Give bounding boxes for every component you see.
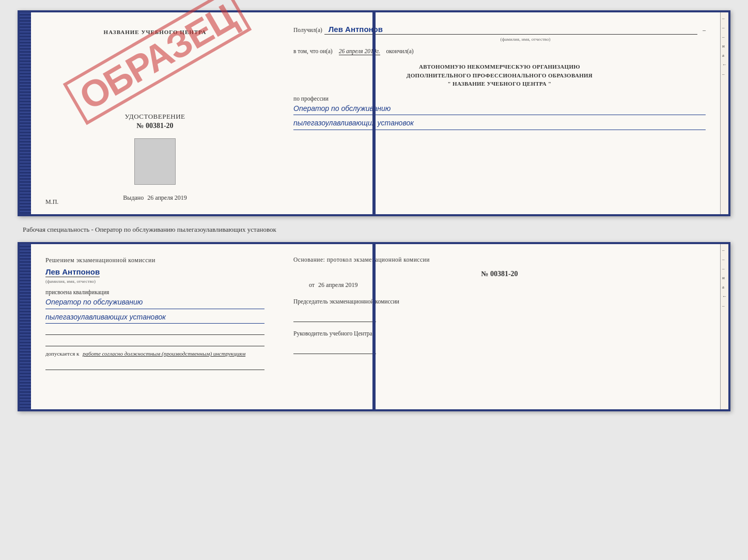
- head-block: Руководитель учебного Центра: [293, 329, 706, 354]
- org-line2: ДОПОЛНИТЕЛЬНОГО ПРОФЕССИОНАЛЬНОГО ОБРАЗО…: [293, 71, 706, 80]
- top-left-page: НАЗВАНИЕ УЧЕБНОГО ЦЕНТРА ОБРАЗЕЦ УДОСТОВ…: [31, 12, 279, 214]
- bmark7: –: [722, 303, 727, 308]
- fio-label-bottom: (фамилия, имя, отчество): [45, 279, 264, 284]
- udostoverenie-label: УДОСТОВЕРЕНИЕ: [124, 113, 185, 121]
- qualification-line1: Оператор по обслуживанию: [45, 297, 264, 309]
- issued-line: Выдано 26 апреля 2019: [123, 194, 186, 202]
- fio-label-top: (фамилия, имя, отчество): [345, 37, 706, 42]
- head-label: Руководитель учебного Центра: [293, 329, 706, 338]
- bottom-right-edge-marks: – – – и а ← –: [720, 244, 728, 409]
- between-label: Рабочая специальность - Оператор по обсл…: [18, 222, 730, 236]
- chairman-block: Председатель экзаменационной комиссии: [293, 297, 706, 322]
- blank-line-3: [45, 362, 264, 370]
- bmark4: и: [722, 275, 727, 280]
- bmark5: а: [722, 284, 727, 290]
- basis-label: Основание: протокол экзаменационной коми…: [293, 257, 706, 263]
- top-right-page: Получил(а) Лев Антпонов – (фамилия, имя,…: [279, 12, 720, 214]
- org-line1: АВТОНОМНУЮ НЕКОММЕРЧЕСКУЮ ОРГАНИЗАЦИЮ: [293, 62, 706, 71]
- recipient-label: Получил(а): [293, 27, 322, 33]
- assigned-block: присвоена квалификация Оператор по обслу…: [45, 289, 264, 324]
- date-suffix: окончил(а): [386, 48, 414, 54]
- date-value: 26 апреля 2019г.: [339, 48, 380, 55]
- profession-line1: Оператор по обслуживанию: [293, 104, 706, 116]
- profession-block: по профессии Оператор по обслуживанию пы…: [293, 95, 706, 130]
- person-name: Лев Антпонов: [45, 267, 100, 277]
- org-block: АВТОНОМНУЮ НЕКОММЕРЧЕСКУЮ ОРГАНИЗАЦИЮ ДО…: [293, 62, 706, 88]
- mark6: ←: [722, 62, 727, 67]
- chairman-label: Председатель экзаменационной комиссии: [293, 297, 706, 306]
- cert-number: № 00381-20: [124, 122, 185, 130]
- top-certificate-book: НАЗВАНИЕ УЧЕБНОГО ЦЕНТРА ОБРАЗЕЦ УДОСТОВ…: [18, 10, 730, 216]
- date-line: в том, что он(а) 26 апреля 2019г. окончи…: [293, 48, 706, 55]
- chairman-sig-line: [293, 313, 376, 322]
- from-prefix: от: [309, 281, 315, 289]
- bmark1: –: [722, 247, 727, 252]
- mp-label: М.П.: [45, 198, 58, 206]
- bottom-certificate-book: Решением экзаменационной комиссии Лев Ан…: [18, 242, 730, 411]
- recipient-line: Получил(а) Лев Антпонов –: [293, 25, 706, 35]
- profession-line2: пылегазоулавливающих установок: [293, 118, 706, 130]
- mark7: –: [722, 71, 727, 76]
- blank-line-1: [45, 327, 264, 335]
- head-sig-line: [293, 345, 376, 354]
- document-container: НАЗВАНИЕ УЧЕБНОГО ЦЕНТРА ОБРАЗЕЦ УДОСТОВ…: [18, 10, 730, 411]
- photo-placeholder: [134, 138, 176, 185]
- school-name-left: НАЗВАНИЕ УЧЕБНОГО ЦЕНТРА: [104, 29, 207, 35]
- from-date: 26 апреля 2019: [318, 281, 357, 289]
- issued-date: 26 апреля 2019: [147, 194, 186, 201]
- admitted-line: допускается к работе согласно должностны…: [45, 350, 264, 357]
- date-prefix: в том, что он(а): [293, 48, 333, 54]
- profession-label: по профессии: [293, 95, 706, 102]
- bmark2: –: [722, 257, 727, 262]
- recipient-name: Лев Антпонов: [324, 25, 697, 35]
- bottom-left-spine: [20, 244, 31, 409]
- bmark6: ←: [722, 294, 727, 299]
- exam-decision: Решением экзаменационной комиссии: [45, 257, 264, 264]
- org-line3: " НАЗВАНИЕ УЧЕБНОГО ЦЕНТРА ": [293, 79, 706, 88]
- cert-number-block: УДОСТОВЕРЕНИЕ № 00381-20: [124, 113, 185, 130]
- mark3: –: [722, 34, 727, 39]
- protocol-number: № 00381-20: [293, 270, 706, 278]
- mark4: и: [722, 43, 727, 49]
- mark5: а: [722, 53, 727, 58]
- dash-after-name: –: [703, 27, 706, 33]
- assigned-label: присвоена квалификация: [45, 289, 264, 295]
- qualification-line2: пылегазоулавливающих установок: [45, 312, 264, 324]
- admitted-text: работе согласно должностным (производств…: [83, 350, 245, 357]
- mark2: –: [722, 25, 727, 30]
- obrazets-watermark: ОБРАЗЕЦ: [63, 0, 252, 125]
- mark1: –: [722, 15, 727, 21]
- bmark3: –: [722, 266, 727, 271]
- right-edge-marks: – – – и а ← –: [720, 12, 728, 214]
- from-date-line: от 26 апреля 2019: [309, 281, 706, 289]
- watermark-area: ОБРАЗЕЦ: [31, 33, 279, 81]
- bottom-right-page: Основание: протокол экзаменационной коми…: [279, 244, 720, 409]
- left-spine: [20, 12, 31, 214]
- blank-line-2: [45, 338, 264, 346]
- issued-label: Выдано: [123, 194, 144, 201]
- admitted-prefix: допускается к: [45, 350, 79, 357]
- bottom-left-page: Решением экзаменационной комиссии Лев Ан…: [31, 244, 279, 409]
